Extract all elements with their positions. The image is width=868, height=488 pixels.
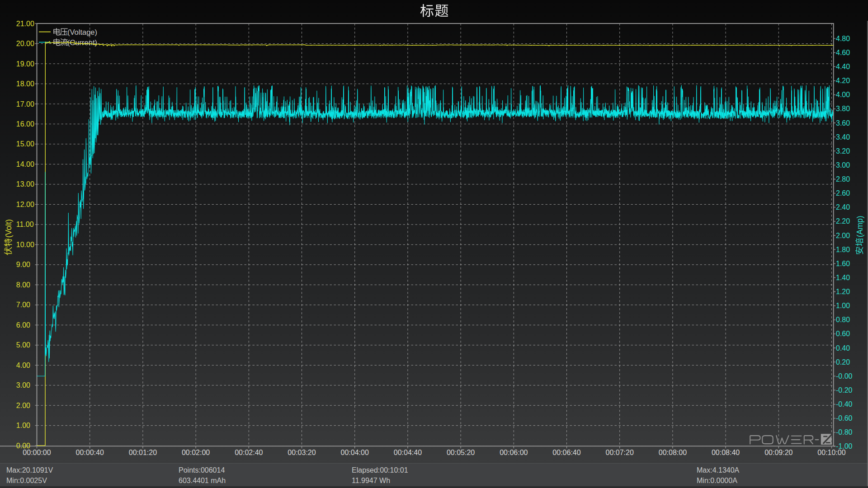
svg-text:14.00: 14.00 (16, 160, 34, 168)
svg-text:00:04:40: 00:04:40 (394, 449, 422, 456)
svg-text:00:06:40: 00:06:40 (552, 449, 580, 456)
svg-text:4.20: 4.20 (836, 77, 850, 84)
svg-text:603.4401 mAh: 603.4401 mAh (179, 477, 226, 484)
svg-text:00:07:20: 00:07:20 (606, 449, 634, 456)
svg-text:3.20: 3.20 (836, 147, 850, 155)
svg-text:8.00: 8.00 (16, 281, 30, 289)
svg-text:20.00: 20.00 (16, 40, 34, 47)
svg-text:-0.20: -0.20 (836, 386, 853, 394)
svg-text:19.00: 19.00 (16, 60, 34, 68)
svg-text:2.00: 2.00 (16, 402, 30, 409)
svg-text:3.60: 3.60 (836, 119, 850, 127)
svg-text:(Volt): (Volt) (4, 219, 13, 238)
svg-text:2.00: 2.00 (836, 232, 850, 239)
svg-text:Min:0.0000A: Min:0.0000A (697, 477, 737, 484)
svg-text:1.00: 1.00 (836, 302, 850, 310)
svg-text:2.40: 2.40 (836, 203, 850, 211)
svg-text:00:05:20: 00:05:20 (447, 449, 475, 456)
svg-text:11.9947 Wh: 11.9947 Wh (352, 477, 390, 484)
svg-text:7.00: 7.00 (16, 301, 30, 309)
svg-text:2.80: 2.80 (836, 175, 850, 183)
svg-text:00:03:20: 00:03:20 (288, 449, 316, 456)
svg-text:9.00: 9.00 (16, 261, 30, 268)
svg-text:00:02:40: 00:02:40 (235, 449, 263, 456)
svg-text:(Amp): (Amp) (855, 216, 864, 237)
svg-text:13.00: 13.00 (16, 180, 34, 188)
svg-text:00:08:00: 00:08:00 (659, 449, 687, 456)
svg-text:1.20: 1.20 (836, 288, 850, 296)
svg-text:00:02:00: 00:02:00 (182, 449, 210, 456)
svg-text:00:08:40: 00:08:40 (712, 449, 740, 456)
svg-text:Min:0.0025V: Min:0.0025V (6, 477, 47, 484)
svg-text:3.00: 3.00 (836, 161, 850, 169)
svg-text:4.00: 4.00 (16, 361, 30, 369)
svg-text:10.00: 10.00 (16, 241, 34, 249)
svg-text:00:09:20: 00:09:20 (764, 449, 793, 456)
svg-text:12.00: 12.00 (16, 201, 34, 208)
svg-text:00:04:00: 00:04:00 (341, 449, 369, 456)
svg-text:1.60: 1.60 (836, 260, 850, 267)
svg-text:0.40: 0.40 (836, 344, 850, 352)
svg-text:16.00: 16.00 (16, 120, 34, 128)
svg-text:2.60: 2.60 (836, 189, 850, 197)
svg-text:Points:006014: Points:006014 (179, 466, 225, 474)
svg-text:00:00:00: 00:00:00 (23, 449, 51, 456)
svg-text:Max:20.1091V: Max:20.1091V (6, 466, 53, 474)
svg-text:-0.00: -0.00 (836, 372, 853, 380)
svg-text:0.20: 0.20 (836, 358, 850, 366)
svg-text:4.00: 4.00 (836, 91, 850, 99)
svg-text:4.40: 4.40 (836, 63, 850, 70)
svg-text:00:01:20: 00:01:20 (129, 449, 157, 456)
svg-text:6.00: 6.00 (16, 321, 30, 329)
svg-text:5.00: 5.00 (16, 341, 30, 349)
svg-text:3.80: 3.80 (836, 105, 850, 113)
svg-text:3.00: 3.00 (16, 381, 30, 389)
svg-text:0.60: 0.60 (836, 330, 850, 338)
svg-text:1.00: 1.00 (16, 422, 30, 429)
svg-text:0.80: 0.80 (836, 316, 850, 324)
svg-text:Max:4.1340A: Max:4.1340A (697, 466, 740, 474)
svg-text:1.40: 1.40 (836, 274, 850, 282)
svg-text:-0.60: -0.60 (836, 414, 853, 422)
svg-text:1.80: 1.80 (836, 246, 850, 253)
svg-text:15.00: 15.00 (16, 140, 34, 148)
svg-text:00:06:00: 00:06:00 (500, 449, 528, 456)
svg-text:11.00: 11.00 (16, 221, 34, 228)
svg-text:Elapsed:00:10:01: Elapsed:00:10:01 (352, 466, 408, 474)
svg-text:00:00:40: 00:00:40 (76, 449, 104, 456)
svg-text:00:10:00: 00:10:00 (817, 449, 845, 456)
svg-text:4.80: 4.80 (836, 35, 850, 42)
svg-text:21.00: 21.00 (16, 20, 34, 28)
svg-text:18.00: 18.00 (16, 80, 34, 88)
svg-text:2.20: 2.20 (836, 217, 850, 225)
svg-text:3.40: 3.40 (836, 133, 850, 141)
svg-text:-0.40: -0.40 (836, 400, 853, 408)
svg-text:4.60: 4.60 (836, 49, 850, 56)
svg-text:(Voltage): (Voltage) (67, 28, 97, 36)
svg-text:17.00: 17.00 (16, 100, 34, 108)
svg-text:-0.80: -0.80 (836, 428, 853, 436)
